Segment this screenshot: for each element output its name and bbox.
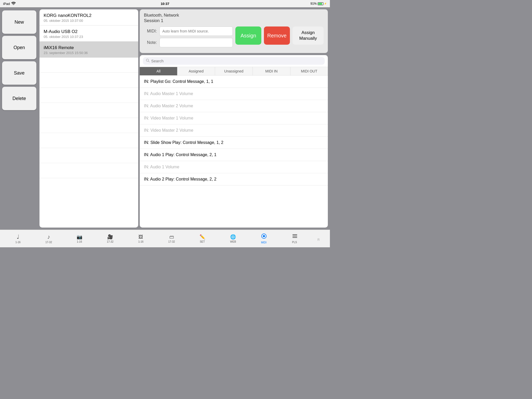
midi-item-4[interactable]: IN: Video Master 1 Volume — [140, 112, 328, 124]
search-bar — [140, 55, 328, 67]
session-item-3[interactable]: iMiX16 Remote 23. september 2015 15:50:3… — [39, 42, 138, 58]
midi-items-list: IN: Playlist Go: Control Message, 1, 1 I… — [140, 76, 328, 228]
midi-item-7[interactable]: IN: Audio 1 Play: Control Message, 2, 1 — [140, 149, 328, 161]
header-panel: Bluetooth, Network Session 1 MIDI: Note:… — [140, 9, 328, 53]
tab-label-video-17-32: 17-32 — [107, 240, 114, 243]
main-layout: New Open Save Delete KORG nanoKONTROL2 0… — [0, 7, 330, 230]
session-empty-7 — [39, 148, 138, 163]
tab-label-midi: MIDI — [261, 241, 267, 244]
tab-web[interactable]: 🌐 WEB — [225, 234, 241, 243]
session-title-1: KORG nanoKONTROL2 — [44, 13, 134, 18]
remove-button[interactable]: Remove — [264, 26, 290, 45]
source-label: Bluetooth, Network — [144, 13, 324, 18]
svg-line-1 — [148, 61, 149, 62]
assign-manually-button[interactable]: Assign Manually — [292, 26, 324, 45]
new-button[interactable]: New — [2, 10, 36, 34]
tab-label-audio-17-32: 17-32 — [45, 241, 52, 244]
tab-audio-17-32[interactable]: ♪ 17-32 — [41, 234, 56, 244]
midi-panel: All Assigned Unassigned MIDI IN MIDI OUT… — [140, 55, 328, 228]
tab-audio-1-16[interactable]: ♩ 1-16 — [10, 234, 26, 244]
note-double-icon: ♪ — [47, 234, 50, 240]
session-item-1[interactable]: KORG nanoKONTROL2 05. oktober 2015 10:37… — [39, 9, 138, 25]
tab-label-set: SET — [200, 240, 205, 243]
session-title-2: M-Audio USB O2 — [44, 29, 134, 34]
session-date-3: 23. september 2015 15:50:36 — [44, 51, 134, 55]
filter-tabs: All Assigned Unassigned MIDI IN MIDI OUT — [140, 67, 328, 76]
svg-point-3 — [263, 235, 265, 237]
search-input[interactable] — [151, 59, 322, 63]
tab-label-pls: PLS — [292, 241, 297, 244]
open-button[interactable]: Open — [2, 36, 36, 59]
midi-item-9[interactable]: IN: Audio 2 Play: Control Message, 2, 2 — [140, 173, 328, 185]
tab-video-17-32[interactable]: 🎥 17-32 — [102, 234, 118, 243]
tab-set[interactable]: ✏️ SET — [195, 234, 210, 243]
tab-video-1-16[interactable]: 📷 1-16 — [72, 234, 87, 243]
session-empty-5 — [39, 118, 138, 133]
device-label: iPad — [3, 2, 10, 6]
svg-rect-5 — [292, 236, 297, 237]
image-icon: 🖼 — [138, 234, 143, 240]
save-button[interactable]: Save — [2, 61, 36, 85]
delete-button[interactable]: Delete — [2, 87, 36, 110]
tab-bar: ♩ 1-16 ♪ 17-32 📷 1-16 🎥 17-32 🖼 1-16 🗃 1… — [0, 230, 330, 247]
filter-tab-midi-out[interactable]: MIDI OUT — [290, 67, 328, 75]
midi-item-1[interactable]: IN: Playlist Go: Control Message, 1, 1 — [140, 76, 328, 88]
tab-img-17-32[interactable]: 🗃 17-32 — [164, 234, 179, 243]
note-field-label: Note: — [144, 40, 157, 45]
search-icon — [146, 59, 150, 63]
midi-item-3[interactable]: IN: Audio Master 2 Volume — [140, 100, 328, 112]
battery-icon: ⚡ — [318, 2, 327, 5]
video-camera-icon: 🎥 — [107, 234, 113, 240]
tab-img-1-16[interactable]: 🖼 1-16 — [133, 234, 149, 243]
svg-rect-4 — [292, 234, 297, 235]
session-item-2[interactable]: M-Audio USB O2 05. oktober 2015 10:37:23 — [39, 25, 138, 42]
session-label: Session 1 — [144, 18, 324, 23]
tab-label-img-1-16: 1-16 — [138, 240, 143, 243]
midi-item-2[interactable]: IN: Audio Master 1 Volume — [140, 88, 328, 100]
session-date-2: 05. oktober 2015 10:37:23 — [44, 35, 134, 39]
session-empty-1 — [39, 58, 138, 73]
session-empty-4 — [39, 103, 138, 118]
session-empty-6 — [39, 133, 138, 148]
time-display: 10:37 — [161, 2, 169, 6]
midi-field-label: MIDI: — [144, 29, 157, 34]
set-icon: ✏️ — [200, 234, 205, 240]
filter-tab-assigned[interactable]: Assigned — [177, 67, 215, 75]
session-list: KORG nanoKONTROL2 05. oktober 2015 10:37… — [39, 9, 138, 228]
session-title-3: iMiX16 Remote — [44, 45, 134, 50]
svg-rect-9 — [296, 237, 297, 238]
filter-tab-unassigned[interactable]: Unassigned — [215, 67, 253, 75]
web-icon: 🌐 — [230, 234, 236, 240]
svg-rect-7 — [296, 234, 297, 235]
tab-pls[interactable]: PLS — [287, 234, 302, 244]
right-panel: Bluetooth, Network Session 1 MIDI: Note:… — [140, 9, 328, 228]
tab-label-img-17-32: 17-32 — [168, 240, 175, 243]
battery-percentage: 91% — [310, 2, 317, 5]
wifi-icon — [11, 2, 16, 6]
svg-rect-8 — [296, 236, 297, 237]
pls-icon — [292, 234, 297, 240]
midi-icon — [261, 233, 267, 241]
midi-item-6[interactable]: IN: Slide Show Play: Control Message, 1,… — [140, 137, 328, 149]
tab-midi[interactable]: MIDI — [256, 233, 272, 244]
session-empty-3 — [39, 88, 138, 103]
session-date-1: 05. oktober 2015 10:37:00 — [44, 19, 134, 23]
session-empty-8 — [39, 163, 138, 178]
tab-label-web: WEB — [230, 240, 236, 243]
tab-bar-right-label: R — [317, 238, 320, 247]
sidebar: New Open Save Delete — [0, 7, 38, 230]
midi-input[interactable] — [159, 26, 233, 36]
filter-tab-midi-in[interactable]: MIDI IN — [253, 67, 290, 75]
filter-tab-all[interactable]: All — [140, 67, 177, 75]
midi-item-8[interactable]: IN: Audio 1 Volume — [140, 161, 328, 173]
tab-label-audio-1-16: 1-16 — [15, 241, 21, 244]
note-input[interactable] — [159, 38, 233, 47]
assign-button[interactable]: Assign — [235, 26, 261, 45]
tab-label-video-1-16: 1-16 — [77, 240, 82, 243]
session-empty-2 — [39, 73, 138, 88]
image-stack-icon: 🗃 — [169, 234, 174, 240]
midi-item-5[interactable]: IN: Video Master 2 Volume — [140, 124, 328, 137]
status-bar: iPad 10:37 91% ⚡ — [0, 0, 330, 7]
note-single-icon: ♩ — [17, 234, 19, 240]
svg-rect-6 — [292, 237, 297, 238]
